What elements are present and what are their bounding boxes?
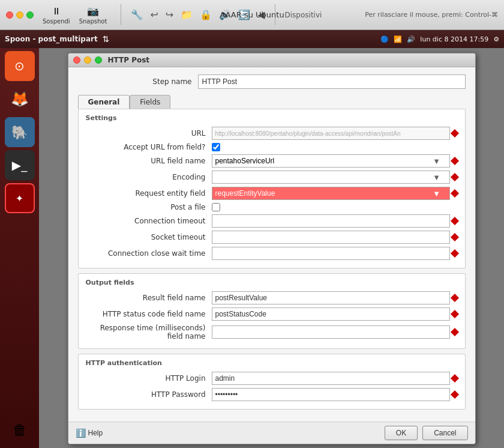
- help-icon: ℹ️: [76, 428, 86, 438]
- http-password-row: HTTP Password: [86, 388, 458, 401]
- suspend-button[interactable]: ⏸ Sospendi: [43, 5, 70, 25]
- url-field-name-label: URL field name: [86, 157, 212, 165]
- request-entity-label: Request entity field: [86, 189, 212, 198]
- encoding-select[interactable]: [212, 171, 450, 184]
- url-field-name-row: URL field name pentahoServiceUrl ▼: [86, 154, 458, 168]
- connection-close-input[interactable]: [212, 247, 450, 260]
- taskbar-title: Spoon - post_multipart: [5, 35, 98, 43]
- socket-timeout-diamond: [450, 233, 458, 241]
- tab-general[interactable]: General: [78, 95, 130, 109]
- url-diamond: [450, 129, 458, 138]
- encoding-row: Encoding ▼: [86, 171, 458, 184]
- result-field-input[interactable]: [212, 291, 450, 304]
- url-field-diamond: [450, 157, 458, 165]
- accept-url-checkbox[interactable]: [212, 143, 220, 151]
- trash-icon[interactable]: 🗑: [8, 416, 32, 443]
- response-time-input[interactable]: [212, 325, 450, 339]
- http-login-label: HTTP Login: [86, 374, 212, 383]
- toolbar-snapshot2-icon: 📁: [181, 9, 193, 20]
- help-button[interactable]: ℹ️ Help: [76, 428, 103, 438]
- bluetooth-icon: 🔵: [380, 35, 389, 43]
- pause-icon: ⏸: [52, 5, 61, 17]
- url-input[interactable]: [212, 127, 450, 140]
- settings-gear-icon[interactable]: ⚙: [493, 35, 499, 43]
- taskbar-datetime: lun dic 8 2014 17:59: [420, 35, 488, 43]
- mac-close-button[interactable]: [6, 11, 13, 19]
- dialog-close-button[interactable]: [73, 56, 80, 64]
- dialog-maximize-button[interactable]: [95, 56, 102, 64]
- response-time-diamond: [450, 328, 458, 336]
- http-login-input[interactable]: [212, 372, 450, 385]
- suspend-label: Sospendi: [43, 18, 70, 25]
- dialog-minimize-button[interactable]: [84, 56, 91, 64]
- snapshot-icon: 📷: [87, 5, 99, 17]
- postgres-icon: 🐘: [11, 125, 28, 140]
- mac-window-controls: [6, 11, 34, 19]
- post-file-row: Post a file: [86, 203, 458, 211]
- dialog-title: HTTP Post: [108, 56, 150, 64]
- result-field-label: Result field name: [86, 294, 212, 302]
- mac-title: AAAR su Ubuntu: [220, 10, 284, 19]
- connection-timeout-diamond: [450, 217, 458, 225]
- toolbar-lock-icon: 🔒: [200, 9, 212, 20]
- sidebar-bottom: 🗑: [8, 416, 32, 443]
- wifi-icon: 📶: [394, 35, 402, 43]
- sidebar: ⊙ 🦊 🐘 ▶_ ✦ 🗑: [0, 48, 39, 448]
- main-layout: ⊙ 🦊 🐘 ▶_ ✦ 🗑 HTTP Post: [0, 48, 504, 448]
- sidebar-icon-terminal[interactable]: ▶_: [5, 150, 35, 180]
- connection-timeout-label: Connection timeout: [86, 217, 212, 225]
- dialog-body: Step name General Fields Settings URL: [68, 67, 475, 422]
- connection-close-diamond: [450, 249, 458, 258]
- url-field-name-wrap: pentahoServiceUrl ▼: [212, 154, 450, 168]
- toolbar-divider: [121, 4, 121, 25]
- cancel-button[interactable]: Cancel: [422, 426, 467, 440]
- connection-close-row: Connection close wait time: [86, 247, 458, 260]
- connection-timeout-input[interactable]: [212, 214, 450, 228]
- url-row: URL: [86, 127, 458, 140]
- devices-label: Dispositivi: [285, 11, 322, 19]
- http-post-dialog: HTTP Post Step name General Fields Setti…: [68, 53, 476, 444]
- dialog-action-buttons: OK Cancel: [385, 426, 468, 440]
- firefox-icon: 🦊: [11, 91, 29, 107]
- http-login-diamond: [450, 374, 458, 383]
- step-name-row: Step name: [78, 74, 466, 89]
- request-entity-diamond: [450, 189, 458, 198]
- help-label: Help: [88, 429, 103, 437]
- post-file-checkbox[interactable]: [212, 203, 220, 211]
- tabs: General Fields: [78, 95, 466, 109]
- encoding-wrap: ▼: [212, 171, 450, 184]
- sidebar-icon-kettle[interactable]: ✦: [5, 183, 35, 213]
- socket-timeout-input[interactable]: [212, 231, 450, 244]
- accept-url-row: Accept URL from field?: [86, 143, 458, 151]
- request-entity-select[interactable]: requestEntityValue: [212, 187, 450, 200]
- toolbar-forward-icon: ↪: [166, 9, 173, 20]
- mac-right-text: Per rilasciare il mouse, premi: Control-…: [365, 11, 498, 19]
- http-password-diamond: [450, 390, 458, 399]
- url-label: URL: [86, 129, 212, 138]
- encoding-diamond: [450, 173, 458, 181]
- url-field-name-select[interactable]: pentahoServiceUrl: [212, 154, 450, 168]
- taskbar-sort-icon: ⇅: [103, 34, 110, 44]
- step-name-label: Step name: [78, 77, 198, 86]
- result-field-row: Result field name: [86, 291, 458, 304]
- snapshot-label: Snapshot: [79, 18, 107, 25]
- http-status-row: HTTP status code field name: [86, 307, 458, 321]
- toolbar-wrench-icon: 🔧: [131, 9, 143, 20]
- output-section: Output fields Result field name HTTP sta…: [78, 273, 466, 349]
- http-password-input[interactable]: [212, 388, 450, 401]
- http-password-label: HTTP Password: [86, 390, 212, 399]
- result-field-diamond: [450, 294, 458, 302]
- http-login-row: HTTP Login: [86, 372, 458, 385]
- step-name-input[interactable]: [198, 74, 466, 89]
- mac-maximize-button[interactable]: [26, 11, 34, 19]
- mac-minimize-button[interactable]: [16, 11, 23, 19]
- ok-button[interactable]: OK: [385, 426, 418, 440]
- sidebar-icon-firefox[interactable]: 🦊: [5, 84, 35, 114]
- sidebar-icon-postgres[interactable]: 🐘: [5, 117, 35, 147]
- tab-fields[interactable]: Fields: [130, 95, 170, 109]
- connection-close-label: Connection close wait time: [86, 249, 212, 258]
- http-status-input[interactable]: [212, 307, 450, 321]
- snapshot-button[interactable]: 📷 Snapshot: [79, 5, 107, 25]
- post-file-label: Post a file: [86, 203, 212, 211]
- sidebar-icon-ubuntu[interactable]: ⊙: [5, 51, 35, 81]
